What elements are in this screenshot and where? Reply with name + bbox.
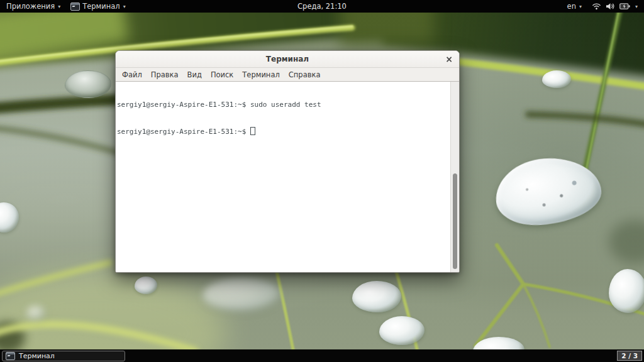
- chevron-down-icon: ▾: [123, 4, 126, 9]
- menu-terminal[interactable]: Терминал: [238, 70, 284, 79]
- desktop: Приложения ▾ Терминал ▾ Среда, 21:10 en …: [0, 0, 644, 362]
- applications-menu-label: Приложения: [6, 2, 55, 11]
- chevron-down-icon: ▾: [579, 4, 582, 9]
- taskbar-terminal-button[interactable]: Терминал: [2, 351, 125, 361]
- terminal-content[interactable]: sergiy1@sergiy-Aspire-E1-531:~$ sudo use…: [116, 82, 459, 272]
- prompt-text: sergiy1@sergiy-Aspire-E1-531:~$: [117, 128, 246, 136]
- top-bar: Приложения ▾ Терминал ▾ Среда, 21:10 en …: [0, 0, 644, 13]
- menu-help[interactable]: Справка: [284, 70, 325, 79]
- keyboard-layout-label: en: [567, 2, 576, 11]
- volume-icon: [606, 3, 615, 10]
- terminal-line: sergiy1@sergiy-Aspire-E1-531:~$: [117, 127, 449, 136]
- chevron-down-icon: ▾: [58, 4, 60, 9]
- water-droplet: [379, 316, 425, 345]
- chevron-down-icon: ▾: [635, 4, 638, 9]
- workspace-indicator[interactable]: 2 / 3: [617, 351, 642, 361]
- clock[interactable]: Среда, 21:10: [297, 0, 347, 13]
- menu-search[interactable]: Поиск: [206, 70, 238, 79]
- water-droplet: [609, 269, 644, 313]
- terminal-icon: [70, 3, 80, 11]
- water-droplet: [135, 277, 157, 294]
- window-title: Терминал: [266, 55, 309, 63]
- window-menubar: Файл Правка Вид Поиск Терминал Справка: [116, 68, 459, 82]
- menu-view[interactable]: Вид: [183, 70, 206, 79]
- focused-app-label: Терминал: [82, 2, 119, 11]
- applications-menu[interactable]: Приложения ▾: [4, 0, 63, 13]
- command-text: [246, 128, 250, 136]
- menu-edit[interactable]: Правка: [147, 70, 183, 79]
- focused-app-menu[interactable]: Терминал ▾: [68, 0, 128, 13]
- system-status-menu[interactable]: ▾: [589, 0, 640, 13]
- water-droplet: [203, 277, 281, 312]
- keyboard-layout-indicator[interactable]: en ▾: [565, 0, 584, 13]
- water-droplet: [352, 281, 401, 312]
- battery-charging-icon: [619, 3, 630, 10]
- terminal-window: Терминал × Файл Правка Вид Поиск Термина…: [115, 50, 460, 273]
- menu-file[interactable]: Файл: [118, 70, 147, 79]
- water-droplet: [65, 70, 111, 98]
- terminal-cursor: [250, 127, 255, 135]
- taskbar-button-label: Терминал: [19, 352, 55, 360]
- terminal-icon: [6, 352, 15, 360]
- bottom-taskbar: Терминал 2 / 3: [0, 349, 644, 362]
- wifi-icon: [592, 3, 601, 10]
- scrollbar-thumb[interactable]: [453, 173, 457, 269]
- command-text: sudo useradd test: [246, 101, 321, 109]
- window-titlebar[interactable]: Терминал ×: [116, 51, 459, 68]
- terminal-scrollbar[interactable]: [450, 82, 459, 272]
- clock-label: Среда, 21:10: [297, 2, 347, 11]
- prompt-text: sergiy1@sergiy-Aspire-E1-531:~$: [117, 101, 246, 109]
- terminal-line: sergiy1@sergiy-Aspire-E1-531:~$ sudo use…: [117, 101, 449, 109]
- water-droplet: [542, 70, 571, 88]
- water-droplet: [26, 305, 45, 321]
- close-icon[interactable]: ×: [445, 55, 453, 63]
